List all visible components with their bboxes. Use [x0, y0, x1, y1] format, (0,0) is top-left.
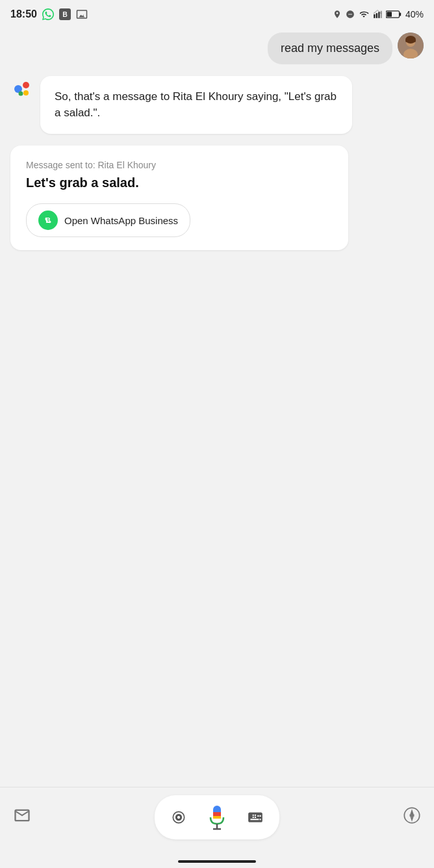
svg-rect-7 [387, 12, 392, 17]
avatar-image [398, 32, 424, 58]
user-message-text: read my messages [281, 42, 379, 55]
assistant-message-bubble: So, that's a message to Rita El Khoury s… [40, 76, 352, 134]
google-assistant-dots [10, 77, 34, 101]
svg-point-16 [23, 90, 29, 96]
location-icon [333, 10, 342, 19]
inbox-icon[interactable] [13, 806, 31, 828]
whatsapp-button-label: Open WhatsApp Business [64, 215, 178, 226]
assistant-message-text: So, that's a message to Rita El Khoury s… [55, 90, 337, 119]
microphone-button[interactable] [203, 803, 231, 832]
signal-icon [373, 10, 382, 19]
svg-rect-4 [378, 12, 379, 18]
svg-point-19 [173, 811, 184, 823]
business-status-icon: B [59, 8, 71, 20]
card-subtitle: Message sent to: Rita El Khoury [26, 160, 333, 170]
battery-text: 40% [405, 9, 424, 19]
battery-icon [386, 10, 402, 19]
bottom-center-bar [155, 795, 279, 839]
svg-rect-23 [213, 816, 221, 819]
wifi-icon [359, 10, 369, 19]
svg-rect-3 [376, 13, 377, 18]
image-status-icon [76, 8, 88, 20]
user-message-row: read my messages [10, 32, 424, 64]
svg-rect-8 [400, 12, 401, 16]
chat-area: read my messages So, that's a [0, 26, 434, 787]
svg-point-15 [23, 82, 29, 88]
message-card: Message sent to: Rita El Khoury Let's gr… [10, 146, 348, 250]
whatsapp-business-icon: B [38, 211, 58, 230]
user-message-bubble: read my messages [268, 32, 392, 64]
open-whatsapp-button[interactable]: B Open WhatsApp Business [26, 203, 190, 237]
status-left: 18:50 B [10, 8, 88, 20]
svg-text:B: B [62, 10, 68, 18]
do-not-disturb-icon [346, 10, 355, 19]
svg-rect-13 [405, 40, 416, 42]
svg-marker-28 [411, 815, 414, 820]
svg-marker-27 [411, 811, 414, 815]
time: 18:50 [10, 8, 37, 20]
svg-point-17 [19, 92, 23, 96]
compass-icon[interactable] [403, 806, 421, 828]
bottom-bar [0, 787, 434, 852]
svg-rect-5 [381, 11, 382, 18]
assistant-message-row: So, that's a message to Rita El Khoury s… [10, 76, 424, 134]
status-right: 40% [333, 9, 424, 19]
home-indicator [178, 860, 256, 863]
whatsapp-status-icon [42, 8, 54, 20]
camera-icon[interactable] [170, 809, 187, 826]
home-indicator-area [0, 852, 434, 868]
card-message-body: Let's grab a salad. [26, 175, 333, 190]
keyboard-icon[interactable] [247, 809, 264, 826]
svg-rect-2 [374, 14, 375, 18]
avatar [398, 32, 424, 58]
status-bar: 18:50 B [0, 0, 434, 26]
